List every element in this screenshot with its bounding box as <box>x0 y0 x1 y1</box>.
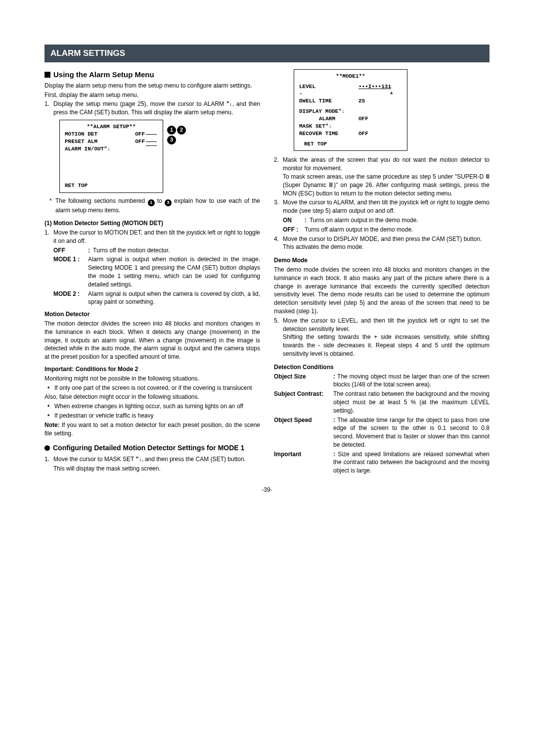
down-arrow-icon: "↓ <box>226 100 232 107</box>
dc-desc-text: The allowable time range for the object … <box>333 417 490 448</box>
option-label: OFF : <box>283 226 305 234</box>
screen-title: **MODE1** <box>299 73 402 80</box>
step-text-a: Display the setup menu (page 25), move t… <box>53 100 226 107</box>
mode1-screen: **MODE1** LEVEL •••I•••131 - + DWELL TIM… <box>294 69 407 151</box>
bullet-2: • When extreme changes in lighting occur… <box>44 402 260 411</box>
badge-3-inline: 3 <box>165 199 172 206</box>
t-a: Move the cursor to DISPLAY MODE, and the… <box>283 236 482 242</box>
motion-detector-para: The motion detector divides the screen i… <box>44 320 260 361</box>
step-text: Mask the areas of the screen that you do… <box>283 156 490 197</box>
option-desc: Turns off the motion detector. <box>93 246 260 255</box>
option-label: OFF <box>53 246 88 255</box>
screen-label: ALARM <box>299 115 358 123</box>
step-text: Display the setup menu (page 25), move t… <box>53 100 260 117</box>
screen-label: DWELL TIME <box>299 97 358 105</box>
dc-label: Object Speed <box>274 416 333 449</box>
step-text: Move the cursor to ALARM, and then tilt … <box>283 198 490 215</box>
screen-row-alarmio: ALARM IN/OUT"↓ <box>65 145 158 153</box>
down-arrow-icon: "↓ <box>136 456 142 463</box>
config-step-1: 1. Move the cursor to MASK SET "↓, and t… <box>44 455 260 464</box>
intro-para-1: Display the alarm setup menu from the se… <box>44 82 260 90</box>
option-label: MODE 2 : <box>53 290 88 307</box>
screen-title: **ALARM SETUP** <box>65 123 158 131</box>
option-mode1: MODE 1 : Alarm signal is output when mot… <box>53 255 260 288</box>
option-desc: Alarm signal is output when motion is de… <box>88 255 260 288</box>
badge-1: 1 <box>167 126 176 135</box>
t-a: Move the cursor to LEVEL, and then tilt … <box>283 317 490 332</box>
screen-row-recover: RECOVER TIME OFF <box>299 130 402 138</box>
plus-icon: + <box>358 90 393 97</box>
bullet-icon: • <box>47 412 54 420</box>
option-label: ON <box>283 216 305 225</box>
option-desc: Alarm signal is output when the camera i… <box>88 290 260 307</box>
colon-icon: : <box>333 451 338 458</box>
two-column-layout: Using the Alarm Setup Menu Display the a… <box>44 69 490 476</box>
note-text: If you want to set a motion detector for… <box>44 422 260 437</box>
on-off-options: ON : Turns on alarm output in the demo m… <box>274 216 490 234</box>
t-b: Shifting the setting towards the + side … <box>283 333 490 357</box>
t-b: , and then press the CAM (SET) button. <box>141 456 246 463</box>
screen-label: ALARM IN/OUT"↓ <box>65 145 110 153</box>
step-1: 1. Display the setup menu (page 25), mov… <box>44 100 260 117</box>
right-column: **MODE1** LEVEL •••I•••131 - + DWELL TIM… <box>274 69 490 476</box>
dc-desc-text: Size and speed limitations are relaxed s… <box>333 451 490 474</box>
dc-object-speed: Object Speed : The allowable time range … <box>274 416 490 449</box>
dash-icon <box>146 145 157 153</box>
step-number: 1. <box>44 229 53 245</box>
screen-label: RECOVER TIME <box>299 130 358 138</box>
motion-det-heading: (1) Motion Detector Setting (MOTION DET) <box>44 219 260 228</box>
step-number: 4. <box>274 235 283 252</box>
bullet-icon: • <box>47 384 54 392</box>
alarm-setup-screen: **ALARM SETUP** MOTION DET OFF PRESET AL… <box>59 120 163 193</box>
option-off-demo: OFF : Turns off alarm output in the demo… <box>283 226 490 234</box>
t-b: to <box>155 197 165 204</box>
square-bullet-icon <box>44 72 50 78</box>
left-column: Using the Alarm Setup Menu Display the a… <box>44 69 260 476</box>
screen-row-display: DISPLAY MODE"↓ <box>299 108 402 115</box>
dc-desc: The contrast ratio between the backgroun… <box>333 390 490 415</box>
conditions-intro: Monitoring might not be possible in the … <box>44 375 260 383</box>
circle-bullet-icon <box>44 445 50 451</box>
dc-desc-text: The moving object must be larger than on… <box>333 373 490 388</box>
bullet-text: When extreme changes in lighting occur, … <box>54 402 260 411</box>
dc-label: Subject Contrast: <box>274 390 333 415</box>
bullet-text: If only one part of the screen is not co… <box>54 384 260 392</box>
t-a: Mask the areas of the screen that you do… <box>283 156 490 172</box>
dc-desc: : Size and speed limitations are relaxed… <box>333 450 490 475</box>
dc-desc: : The moving object must be larger than … <box>333 373 490 389</box>
screen-1-wrap: **ALARM SETUP** MOTION DET OFF PRESET AL… <box>59 120 260 193</box>
dc-subject-contrast: Subject Contrast: The contrast ratio bet… <box>274 390 490 415</box>
colon-icon: : <box>333 373 337 380</box>
option-on: ON : Turns on alarm output in the demo m… <box>283 216 490 225</box>
motion-detector-heading: Motion Detector <box>44 310 260 319</box>
bullet-icon: • <box>47 402 54 411</box>
option-label: MODE 1 : <box>53 255 88 288</box>
badge-3: 3 <box>167 136 176 144</box>
step-text: Move the cursor to LEVEL, and then tilt … <box>283 317 490 358</box>
note-label: Note: <box>44 422 60 428</box>
step-number: 1. <box>44 100 53 117</box>
dc-label: Object Size <box>274 373 333 389</box>
screen-row-dwell: DWELL TIME 2S <box>299 97 402 105</box>
step-number: 5. <box>274 317 283 358</box>
note-para: Note: If you want to set a motion detect… <box>44 421 260 438</box>
bullet-1: • If only one part of the screen is not … <box>44 384 260 392</box>
configuring-heading: Configuring Detailed Motion Detector Set… <box>44 443 260 453</box>
badge-1-inline: 1 <box>148 199 155 206</box>
dc-object-size: Object Size : The moving object must be … <box>274 373 490 389</box>
screen-row-motion: MOTION DET OFF <box>65 131 158 138</box>
screen-value: 2S <box>358 97 365 105</box>
step-number: 3. <box>274 198 283 215</box>
step-text: Move the cursor to MOTION DET, and then … <box>53 229 260 245</box>
step-2: 2. Mask the areas of the screen that you… <box>274 156 490 197</box>
t-b: This activates the demo mode. <box>283 243 363 250</box>
dc-desc: : The allowable time range for the objec… <box>333 416 490 449</box>
minus-icon: - <box>299 90 358 97</box>
conditions-mode2-heading: Important: Conditions for Mode 2 <box>44 365 260 374</box>
step-text: Move the cursor to MASK SET "↓, and then… <box>53 455 260 464</box>
colon-icon: : <box>333 417 337 424</box>
screen-label: MOTION DET <box>65 131 97 138</box>
t-a: Move the cursor to MASK SET <box>53 456 136 463</box>
heading-text: Configuring Detailed Motion Detector Set… <box>53 444 244 452</box>
screen-2-wrap: **MODE1** LEVEL •••I•••131 - + DWELL TIM… <box>294 69 490 151</box>
